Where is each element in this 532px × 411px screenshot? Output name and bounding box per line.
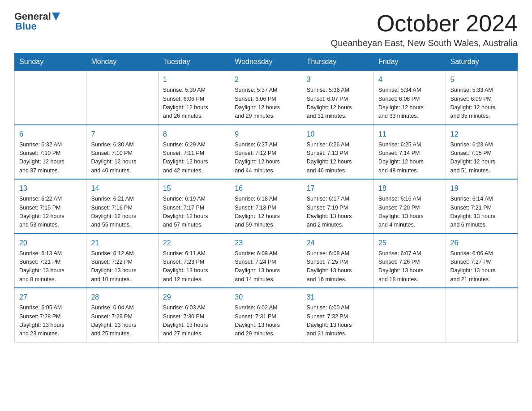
calendar-cell	[446, 288, 517, 342]
day-number: 2	[235, 74, 297, 85]
calendar-cell: 16Sunrise: 6:18 AMSunset: 7:18 PMDayligh…	[230, 179, 302, 234]
calendar-cell: 12Sunrise: 6:23 AMSunset: 7:15 PMDayligh…	[446, 125, 517, 180]
calendar-cell: 1Sunrise: 5:39 AMSunset: 6:06 PMDaylight…	[158, 71, 230, 125]
day-info: Sunrise: 6:23 AMSunset: 7:15 PMDaylight:…	[450, 141, 513, 176]
day-info: Sunrise: 6:07 AMSunset: 7:26 PMDaylight:…	[378, 249, 441, 284]
day-number: 1	[163, 74, 225, 85]
day-number: 7	[91, 129, 153, 140]
day-number: 16	[235, 183, 297, 194]
day-number: 14	[91, 183, 153, 194]
calendar-cell: 24Sunrise: 6:08 AMSunset: 7:25 PMDayligh…	[302, 234, 373, 288]
day-number: 5	[450, 74, 513, 85]
calendar-cell: 27Sunrise: 6:05 AMSunset: 7:28 PMDayligh…	[15, 288, 86, 342]
logo-blue-text: Blue	[15, 21, 37, 32]
day-number: 27	[19, 292, 82, 303]
day-number: 26	[450, 238, 513, 248]
calendar-header-row: SundayMondayTuesdayWednesdayThursdayFrid…	[15, 53, 518, 71]
month-title: October 2024	[331, 11, 518, 36]
day-number: 9	[235, 129, 297, 140]
day-number: 12	[450, 129, 513, 140]
day-info: Sunrise: 6:08 AMSunset: 7:25 PMDaylight:…	[307, 249, 369, 284]
calendar-cell	[15, 71, 86, 125]
day-info: Sunrise: 6:13 AMSunset: 7:21 PMDaylight:…	[19, 249, 82, 284]
calendar-week-row: 20Sunrise: 6:13 AMSunset: 7:21 PMDayligh…	[15, 234, 518, 288]
page-header: General Blue October 2024 Queanbeyan Eas…	[14, 11, 518, 48]
day-info: Sunrise: 6:02 AMSunset: 7:31 PMDaylight:…	[235, 304, 297, 338]
day-info: Sunrise: 6:03 AMSunset: 7:30 PMDaylight:…	[163, 304, 225, 338]
calendar-cell: 4Sunrise: 5:34 AMSunset: 6:08 PMDaylight…	[374, 71, 446, 125]
day-number: 21	[91, 238, 153, 248]
calendar-cell: 14Sunrise: 6:21 AMSunset: 7:16 PMDayligh…	[86, 179, 158, 234]
calendar-cell: 10Sunrise: 6:26 AMSunset: 7:13 PMDayligh…	[302, 125, 373, 180]
day-number: 29	[163, 292, 225, 303]
day-number: 8	[163, 129, 225, 140]
day-info: Sunrise: 5:34 AMSunset: 6:08 PMDaylight:…	[378, 86, 441, 121]
day-info: Sunrise: 6:11 AMSunset: 7:23 PMDaylight:…	[163, 249, 225, 284]
day-number: 4	[378, 74, 441, 85]
day-info: Sunrise: 6:14 AMSunset: 7:21 PMDaylight:…	[450, 195, 513, 230]
calendar-table: SundayMondayTuesdayWednesdayThursdayFrid…	[14, 53, 518, 342]
day-info: Sunrise: 5:39 AMSunset: 6:06 PMDaylight:…	[163, 86, 225, 121]
calendar-cell: 28Sunrise: 6:04 AMSunset: 7:29 PMDayligh…	[86, 288, 158, 342]
calendar-week-row: 27Sunrise: 6:05 AMSunset: 7:28 PMDayligh…	[15, 288, 518, 342]
day-number: 25	[378, 238, 441, 248]
day-number: 23	[235, 238, 297, 248]
header-wednesday: Wednesday	[230, 53, 302, 71]
calendar-cell: 25Sunrise: 6:07 AMSunset: 7:26 PMDayligh…	[374, 234, 446, 288]
day-number: 15	[163, 183, 225, 194]
calendar-cell: 18Sunrise: 6:16 AMSunset: 7:20 PMDayligh…	[374, 179, 446, 234]
header-monday: Monday	[86, 53, 158, 71]
header-tuesday: Tuesday	[158, 53, 230, 71]
calendar-cell	[86, 71, 158, 125]
day-number: 20	[19, 238, 82, 248]
calendar-cell: 15Sunrise: 6:19 AMSunset: 7:17 PMDayligh…	[158, 179, 230, 234]
day-info: Sunrise: 5:36 AMSunset: 6:07 PMDaylight:…	[307, 86, 369, 121]
day-info: Sunrise: 6:09 AMSunset: 7:24 PMDaylight:…	[235, 249, 297, 284]
day-info: Sunrise: 6:26 AMSunset: 7:13 PMDaylight:…	[307, 141, 369, 176]
calendar-week-row: 13Sunrise: 6:22 AMSunset: 7:15 PMDayligh…	[15, 179, 518, 234]
day-number: 22	[163, 238, 225, 248]
calendar-cell: 13Sunrise: 6:22 AMSunset: 7:15 PMDayligh…	[15, 179, 86, 234]
calendar-cell	[374, 288, 446, 342]
title-area: October 2024 Queanbeyan East, New South …	[331, 11, 518, 48]
calendar-cell: 19Sunrise: 6:14 AMSunset: 7:21 PMDayligh…	[446, 179, 517, 234]
day-info: Sunrise: 5:37 AMSunset: 6:06 PMDaylight:…	[235, 86, 297, 121]
calendar-cell: 17Sunrise: 6:17 AMSunset: 7:19 PMDayligh…	[302, 179, 373, 234]
day-info: Sunrise: 6:21 AMSunset: 7:16 PMDaylight:…	[91, 195, 153, 230]
calendar-week-row: 1Sunrise: 5:39 AMSunset: 6:06 PMDaylight…	[15, 71, 518, 125]
day-info: Sunrise: 6:00 AMSunset: 7:32 PMDaylight:…	[307, 304, 369, 338]
day-number: 31	[307, 292, 369, 303]
day-info: Sunrise: 6:25 AMSunset: 7:14 PMDaylight:…	[378, 141, 441, 176]
day-number: 17	[307, 183, 369, 194]
header-thursday: Thursday	[302, 53, 373, 71]
day-number: 24	[307, 238, 369, 248]
calendar-cell: 21Sunrise: 6:12 AMSunset: 7:22 PMDayligh…	[86, 234, 158, 288]
day-info: Sunrise: 6:30 AMSunset: 7:10 PMDaylight:…	[91, 141, 153, 176]
day-number: 10	[307, 129, 369, 140]
day-number: 30	[235, 292, 297, 303]
calendar-cell: 9Sunrise: 6:27 AMSunset: 7:12 PMDaylight…	[230, 125, 302, 180]
day-number: 19	[450, 183, 513, 194]
header-friday: Friday	[374, 53, 446, 71]
calendar-cell: 3Sunrise: 5:36 AMSunset: 6:07 PMDaylight…	[302, 71, 373, 125]
day-number: 28	[91, 292, 153, 303]
calendar-week-row: 6Sunrise: 6:32 AMSunset: 7:10 PMDaylight…	[15, 125, 518, 180]
header-sunday: Sunday	[15, 53, 86, 71]
header-saturday: Saturday	[446, 53, 517, 71]
day-number: 3	[307, 74, 369, 85]
calendar-cell: 23Sunrise: 6:09 AMSunset: 7:24 PMDayligh…	[230, 234, 302, 288]
day-number: 18	[378, 183, 441, 194]
day-info: Sunrise: 6:06 AMSunset: 7:27 PMDaylight:…	[450, 249, 513, 284]
calendar-cell: 29Sunrise: 6:03 AMSunset: 7:30 PMDayligh…	[158, 288, 230, 342]
calendar-cell: 8Sunrise: 6:29 AMSunset: 7:11 PMDaylight…	[158, 125, 230, 180]
calendar-cell: 11Sunrise: 6:25 AMSunset: 7:14 PMDayligh…	[374, 125, 446, 180]
calendar-cell: 31Sunrise: 6:00 AMSunset: 7:32 PMDayligh…	[302, 288, 373, 342]
day-info: Sunrise: 5:33 AMSunset: 6:09 PMDaylight:…	[450, 86, 513, 121]
day-number: 11	[378, 129, 441, 140]
day-number: 13	[19, 183, 82, 194]
day-info: Sunrise: 6:04 AMSunset: 7:29 PMDaylight:…	[91, 304, 153, 338]
calendar-cell: 20Sunrise: 6:13 AMSunset: 7:21 PMDayligh…	[15, 234, 86, 288]
day-info: Sunrise: 6:05 AMSunset: 7:28 PMDaylight:…	[19, 304, 82, 338]
svg-marker-0	[52, 13, 60, 21]
calendar-cell: 6Sunrise: 6:32 AMSunset: 7:10 PMDaylight…	[15, 125, 86, 180]
